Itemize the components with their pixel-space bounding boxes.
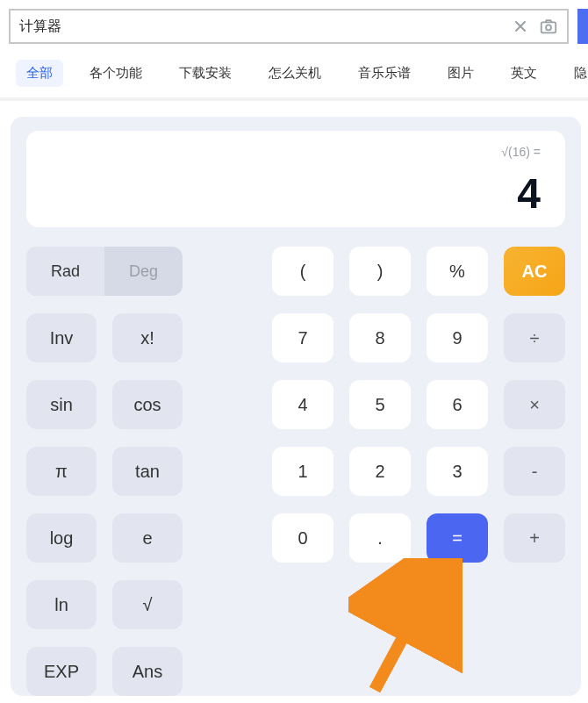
equals-button[interactable]: = bbox=[427, 513, 488, 563]
percent-button[interactable]: % bbox=[427, 247, 488, 296]
tab-english[interactable]: 英文 bbox=[500, 60, 548, 87]
calc-display: √(16) = 4 bbox=[26, 131, 565, 227]
tab-images[interactable]: 图片 bbox=[437, 60, 484, 87]
calc-keypad: Rad Deg ( ) % AC Inv x! 7 8 9 ÷ sin cos … bbox=[26, 247, 565, 696]
search-input[interactable] bbox=[19, 18, 502, 34]
digit-5-button[interactable]: 5 bbox=[349, 380, 411, 429]
calc-expression: √(16) = bbox=[51, 145, 541, 159]
tab-all[interactable]: 全部 bbox=[16, 60, 63, 87]
tab-score[interactable]: 音乐乐谱 bbox=[348, 60, 421, 87]
exp-button[interactable]: EXP bbox=[26, 647, 97, 696]
sin-button[interactable]: sin bbox=[26, 380, 97, 429]
pi-button[interactable]: π bbox=[26, 447, 97, 496]
digit-0-button[interactable]: 0 bbox=[272, 513, 333, 563]
camera-icon[interactable] bbox=[539, 17, 558, 36]
lparen-button[interactable]: ( bbox=[272, 247, 333, 296]
multiply-button[interactable]: × bbox=[504, 380, 565, 429]
subtract-button[interactable]: - bbox=[504, 447, 565, 496]
clear-icon[interactable] bbox=[511, 17, 530, 36]
ac-button[interactable]: AC bbox=[504, 247, 565, 296]
calculator-card: √(16) = 4 Rad Deg ( ) % AC Inv x! 7 8 9 … bbox=[11, 117, 581, 696]
svg-rect-0 bbox=[541, 22, 556, 32]
digit-3-button[interactable]: 3 bbox=[427, 447, 488, 496]
e-button[interactable]: e bbox=[112, 513, 183, 563]
digit-1-button[interactable]: 1 bbox=[272, 447, 333, 496]
cos-button[interactable]: cos bbox=[112, 380, 183, 429]
digit-7-button[interactable]: 7 bbox=[272, 313, 333, 362]
decimal-button[interactable]: . bbox=[349, 513, 411, 563]
factorial-button[interactable]: x! bbox=[112, 313, 183, 362]
tab-more[interactable]: 隐 bbox=[563, 60, 588, 87]
result-tabs: 全部 各个功能 下载安装 怎么关机 音乐乐谱 图片 英文 隐 bbox=[0, 53, 588, 97]
digit-4-button[interactable]: 4 bbox=[272, 380, 333, 429]
ans-button[interactable]: Ans bbox=[112, 647, 183, 696]
sqrt-button[interactable]: √ bbox=[112, 580, 183, 629]
digit-2-button[interactable]: 2 bbox=[349, 447, 411, 496]
digit-6-button[interactable]: 6 bbox=[427, 380, 488, 429]
angle-mode-toggle: Rad Deg bbox=[26, 247, 183, 296]
search-box bbox=[9, 9, 569, 44]
inv-button[interactable]: Inv bbox=[26, 313, 97, 362]
log-button[interactable]: log bbox=[26, 513, 97, 563]
svg-point-1 bbox=[546, 25, 551, 30]
calc-result: 4 bbox=[51, 173, 541, 215]
rad-button[interactable]: Rad bbox=[26, 247, 104, 296]
divide-button[interactable]: ÷ bbox=[504, 313, 565, 362]
section-divider bbox=[0, 97, 588, 101]
search-bar bbox=[0, 0, 588, 53]
add-button[interactable]: + bbox=[504, 513, 565, 563]
tab-functions[interactable]: 各个功能 bbox=[79, 60, 153, 87]
digit-9-button[interactable]: 9 bbox=[427, 313, 488, 362]
rparen-button[interactable]: ) bbox=[349, 247, 411, 296]
deg-button[interactable]: Deg bbox=[104, 247, 183, 296]
tan-button[interactable]: tan bbox=[112, 447, 183, 496]
search-submit-button[interactable] bbox=[577, 9, 588, 44]
tab-shutdown[interactable]: 怎么关机 bbox=[258, 60, 332, 87]
ln-button[interactable]: ln bbox=[26, 580, 97, 629]
tab-download[interactable]: 下载安装 bbox=[169, 60, 242, 87]
digit-8-button[interactable]: 8 bbox=[349, 313, 411, 362]
